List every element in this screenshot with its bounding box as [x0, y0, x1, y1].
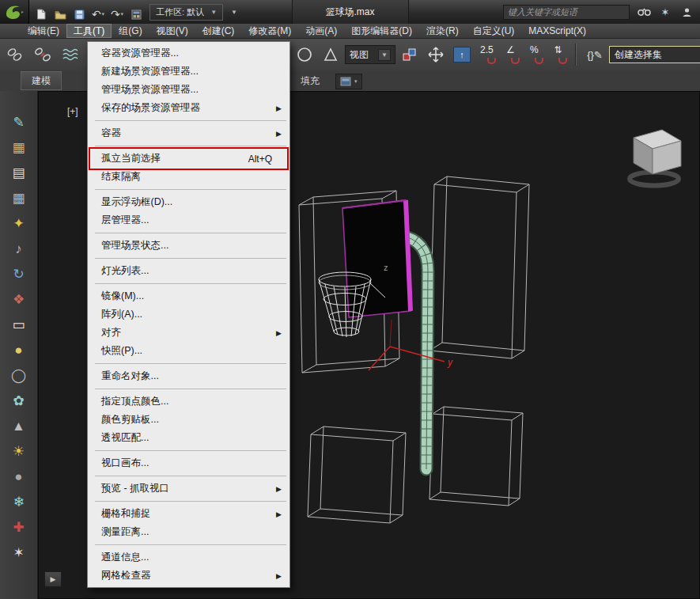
menu-item-12[interactable]: 层管理器...: [88, 211, 289, 229]
menu-item-8[interactable]: 孤立当前选择Alt+Q: [88, 150, 289, 168]
menu-item-label: 容器资源管理器...: [101, 47, 179, 60]
spreadsheet-icon[interactable]: ▦: [4, 187, 34, 210]
sphere-icon[interactable]: ●: [4, 465, 34, 488]
menu-item-26[interactable]: 颜色剪贴板...: [88, 411, 289, 429]
keyboard-override-icon[interactable]: ↑: [450, 43, 474, 66]
menu-item-6[interactable]: 容器▶: [88, 124, 289, 142]
view-cube[interactable]: [630, 130, 681, 186]
rotate-arrows-icon[interactable]: ↻: [4, 263, 34, 286]
select-and-link-icon[interactable]: [3, 43, 27, 66]
compass-icon[interactable]: ✶: [4, 541, 34, 564]
menu-item-11[interactable]: 显示浮动框(D)...: [88, 193, 289, 211]
undo-button[interactable]: ↶▾: [89, 2, 107, 21]
menu-item-label: 孤立当前选择: [101, 152, 161, 165]
red-green-links-icon[interactable]: ❖: [4, 288, 34, 311]
menu-item-31[interactable]: 预览 - 抓取视口▶: [88, 480, 289, 498]
red-tool-icon[interactable]: ✚: [4, 516, 34, 539]
teal-flower-icon-glyph: ✿: [13, 394, 24, 408]
snap-toggle-25-button[interactable]: 2.5: [476, 43, 498, 66]
cone-icon[interactable]: ▲: [4, 415, 34, 438]
ribbon-options-dropdown[interactable]: ▾: [335, 74, 362, 89]
angle-snap-button[interactable]: ∠: [500, 43, 521, 66]
menu-item-34[interactable]: 测量距离...: [88, 523, 289, 541]
keyword-search-input[interactable]: [503, 5, 630, 20]
ribbon-tab-populate[interactable]: 填充: [289, 71, 331, 90]
menu-item-1[interactable]: 容器资源管理器...: [88, 44, 289, 63]
unlink-selection-icon[interactable]: [31, 43, 55, 66]
ring-icon[interactable]: ◯: [4, 364, 34, 387]
search-icon[interactable]: [637, 5, 651, 19]
save-button[interactable]: [70, 2, 88, 21]
menu-item-27[interactable]: 透视匹配...: [88, 429, 289, 447]
yellow-blob-icon[interactable]: ●: [4, 339, 34, 362]
backboard-mesh: [342, 200, 411, 317]
menu-item-2[interactable]: 新建场景资源管理器...: [88, 63, 289, 81]
menu-item-label: 指定顶点颜色...: [101, 395, 168, 408]
menu-item-20[interactable]: 对齐▶: [88, 324, 289, 342]
menubar-item-3[interactable]: 组(G): [112, 24, 149, 38]
menubar-item-2[interactable]: 工具(T): [66, 24, 112, 38]
menu-item-3[interactable]: 管理场景资源管理器...: [88, 81, 289, 99]
menu-item-4[interactable]: 保存的场景资源管理器▶: [88, 99, 289, 117]
menubar-item-1[interactable]: 编辑(E): [21, 24, 66, 38]
use-pivot-center-icon[interactable]: [398, 43, 422, 66]
ribbon-tab-modeling[interactable]: 建模: [21, 71, 62, 90]
workspace-dropdown[interactable]: 工作区: 默认 ▼: [149, 4, 223, 21]
edit-named-selection-sets-button[interactable]: {} ✎: [583, 43, 607, 66]
menubar-item-6[interactable]: 修改器(M): [241, 24, 298, 38]
lamp-icon[interactable]: ✦: [4, 212, 34, 235]
menu-item-36[interactable]: 通道信息...: [88, 548, 289, 567]
favorites-star-icon[interactable]: ✶: [658, 5, 672, 19]
sun-icon[interactable]: ☀: [4, 440, 34, 463]
menu-item-33[interactable]: 栅格和捕捉▶: [88, 505, 289, 523]
viewport-menu-label[interactable]: [+]: [67, 106, 78, 117]
menu-item-18[interactable]: 镜像(M)...: [88, 287, 289, 305]
audio-icon[interactable]: ♪: [4, 237, 34, 260]
magnet-icon: [558, 58, 567, 64]
named-selection-sets-combo[interactable]: 创建选择集 ▾: [609, 46, 700, 63]
menubar-item-5[interactable]: 创建(C): [195, 24, 242, 38]
toolbar-flyout-arrow[interactable]: ▶: [44, 571, 62, 587]
menubar-item-8[interactable]: 图形编辑器(D): [344, 24, 419, 38]
image-icon[interactable]: ▦: [4, 136, 34, 159]
rounded-rect-icon[interactable]: ▭: [4, 313, 34, 336]
rounded-rect-icon-glyph: ▭: [12, 318, 25, 332]
menu-item-label: 结束隔离: [101, 170, 141, 184]
menu-separator: [95, 476, 286, 476]
menubar-item-11[interactable]: MAXScript(X): [521, 24, 593, 38]
snowflake-icon[interactable]: ❄: [4, 491, 34, 514]
menubar-item-9[interactable]: 渲染(R): [419, 24, 466, 38]
workspaces-icon[interactable]: [127, 2, 145, 21]
reference-coordinate-dropdown[interactable]: 视图 ▼: [345, 45, 395, 64]
sign-in-icon[interactable]: [679, 5, 694, 19]
menu-item-25[interactable]: 指定顶点颜色...: [88, 392, 289, 411]
red-tool-icon-glyph: ✚: [13, 521, 24, 534]
menu-item-21[interactable]: 快照(P)...: [88, 342, 289, 360]
select-and-manipulate-icon[interactable]: [424, 43, 448, 66]
window-title: 篮球场.max: [291, 0, 408, 24]
menu-item-29[interactable]: 视口画布...: [88, 454, 289, 472]
spinner-snap-button[interactable]: ⇅: [547, 43, 569, 66]
select-and-scale-icon[interactable]: [319, 43, 342, 66]
menu-item-19[interactable]: 阵列(A)...: [88, 305, 289, 324]
teal-flower-icon[interactable]: ✿: [4, 389, 34, 412]
percent-snap-button[interactable]: %: [524, 43, 545, 66]
menu-item-9[interactable]: 结束隔离: [88, 168, 289, 186]
toolbar-separator: [575, 44, 577, 66]
select-and-rotate-icon[interactable]: [293, 43, 316, 66]
menu-item-14[interactable]: 管理场景状态...: [88, 237, 289, 255]
open-file-button[interactable]: [51, 2, 69, 21]
menu-item-16[interactable]: 灯光列表...: [88, 262, 289, 280]
menubar-item-4[interactable]: 视图(V): [149, 24, 195, 38]
menubar-item-10[interactable]: 自定义(U): [466, 24, 522, 38]
new-file-button[interactable]: [32, 2, 50, 21]
teal-pencil-icon[interactable]: ✎: [4, 111, 34, 134]
qat-customize-dropdown[interactable]: ▼: [228, 6, 240, 19]
redo-button[interactable]: ↷▾: [108, 2, 126, 21]
app-logo-button[interactable]: [0, 0, 29, 24]
menubar-item-7[interactable]: 动画(A): [298, 24, 344, 38]
document-icon[interactable]: ▤: [4, 161, 34, 184]
bind-to-space-warp-icon[interactable]: [59, 43, 82, 66]
menu-item-23[interactable]: 重命名对象...: [88, 367, 289, 385]
menu-item-37[interactable]: 网格检查器▶: [88, 567, 289, 585]
